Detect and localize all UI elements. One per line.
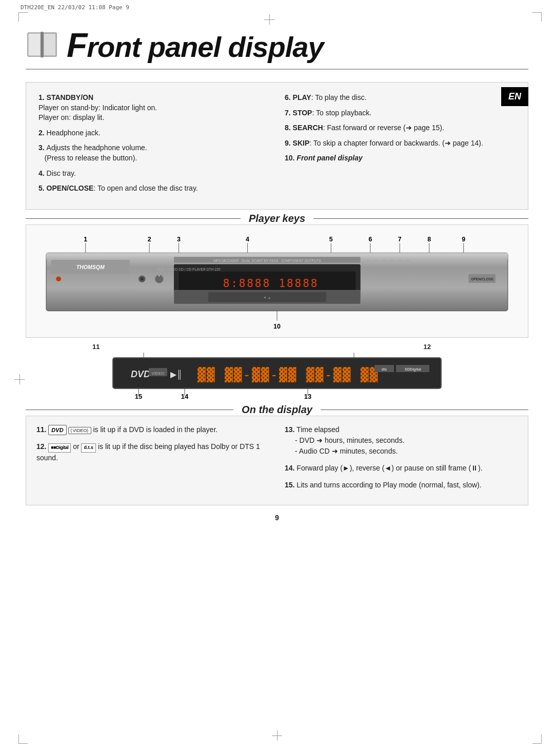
player-center-label: MP3 DECODER · DUAL SCART BY PASS · COMPO… [213, 258, 321, 262]
player-display-chars: 8:8888 18888 [223, 277, 319, 290]
item-label-10: Front panel display [296, 154, 362, 162]
btn-play [365, 260, 371, 264]
num-label-6: 6 [368, 235, 372, 242]
btn-skip-back [381, 260, 387, 264]
display-panel-section: 11 12 DVD VIDEO ▶║ [26, 343, 528, 399]
player-headphone-jack-inner [141, 277, 144, 280]
section-line-right [313, 218, 528, 219]
player-brand-text: THOMSQM [76, 264, 105, 270]
page-title-section: Front panel display [26, 26, 528, 70]
display-item-12: 12. ■■Digital or d.t.s is lit up if the … [36, 441, 269, 463]
num-label-13: 13 [304, 393, 311, 399]
on-display-section-wrapper: On the display 11. DVD ⟨VIDEO⟩ is lit up… [26, 404, 528, 505]
svg-rect-1 [29, 34, 40, 55]
item-label-4: Disc tray. [47, 169, 76, 177]
crosshair-top [264, 14, 274, 25]
item-text-7: : To stop playback. [312, 109, 371, 117]
player-keys-section: Player keys 1 2 3 4 5 6 7 8 9 [26, 213, 528, 399]
num-label-1: 1 [84, 235, 87, 242]
btn-next [405, 260, 410, 264]
display-num-11: 11. [36, 425, 46, 434]
display-item-13: 13. Time elapsed - DVD ➜ hours, minutes,… [285, 424, 518, 457]
item-text-5: : To open and close the disc tray. [93, 184, 197, 192]
num-11-label: 11 [92, 343, 100, 351]
info-item-3: 3. Adjusts the headphone volume. (Press … [38, 143, 269, 163]
corner-decoration-bl [18, 734, 28, 744]
info-item-8: 8. SEARCH: Fast forward or reverse (➜ pa… [285, 123, 516, 133]
item-text-9: : To skip a chapter forward or backwards… [309, 139, 483, 147]
item-num-4: 4. [38, 169, 47, 177]
item-label-9: SKIP [293, 139, 310, 147]
svg-rect-3 [44, 34, 55, 55]
dolby-icon: ■■Digital [48, 443, 71, 453]
disp-dolby-text: DDDigital [405, 367, 421, 372]
display-text-13a: - DVD ➜ hours, minutes, seconds. [295, 436, 405, 444]
num-label-10: 10 [273, 323, 281, 330]
info-item-10: 10. Front panel display [285, 153, 516, 164]
player-annotations-top: 1 2 3 4 5 6 7 8 9 [26, 230, 528, 334]
display-text-11: is lit up if a DVD is loaded in the play… [93, 425, 217, 434]
on-display-title-bar: On the display [26, 404, 528, 416]
page-title: Front panel display [67, 26, 324, 65]
player-standby-led [56, 276, 61, 281]
num-label-15: 15 [135, 393, 142, 399]
player-tray-label: ▼ ▲ [263, 296, 271, 299]
num-label-9: 9 [462, 235, 465, 242]
display-num-15: 15. [285, 481, 294, 489]
btn-search [397, 260, 403, 264]
display-num-12: 12. [36, 442, 46, 451]
player-annotation-svg: 1 2 3 4 5 6 7 8 9 [36, 230, 518, 333]
player-diagram: 1 2 3 4 5 6 7 8 9 [26, 224, 528, 338]
section-line-left [26, 218, 241, 219]
dts-icon: d.t.s [81, 443, 96, 453]
book-icon [26, 29, 58, 62]
item-text-1b: Player on: display lit. [38, 113, 104, 121]
item-num-5: 5. [38, 184, 47, 192]
section-title-player-keys: Player keys [241, 213, 313, 224]
on-display-content: 11. DVD ⟨VIDEO⟩ is lit up if a DVD is lo… [26, 416, 528, 505]
page-number: 9 [26, 514, 528, 522]
item-text-1a: Player on stand-by: Indicator light on. [38, 104, 157, 112]
display-num-13: 13. [285, 425, 294, 434]
corner-decoration-br [532, 734, 542, 744]
player-volume-marker [158, 274, 160, 276]
corner-decoration-tl [18, 12, 28, 22]
display-item-14: 14. Forward play (►), reverse (◄) or pau… [285, 463, 518, 474]
item-num-10: 10. [285, 154, 296, 162]
item-label-8: SEARCH [293, 124, 323, 132]
info-item-4: 4. Disc tray. [38, 169, 269, 179]
section-line-left-2 [26, 410, 233, 410]
display-panel-svg: DVD VIDEO ▶║ ▓▓ ▓▓-▓▓-▓▓ ▓▓-▓▓ ▓▓ dts DD… [103, 353, 451, 399]
num-label-2: 2 [148, 235, 151, 242]
num-label-3: 3 [177, 235, 181, 242]
item-label-2: Headphone jack. [47, 129, 101, 137]
corner-decoration-tr [532, 12, 542, 22]
info-item-2: 2. Headphone jack. [38, 128, 269, 138]
num-label-14: 14 [181, 393, 189, 399]
item-text-6: : To play the disc. [311, 93, 367, 101]
disp-play-indicator: ▶║ [170, 370, 182, 380]
section-title-on-display: On the display [233, 404, 321, 416]
display-item-11: 11. DVD ⟨VIDEO⟩ is lit up if a DVD is lo… [36, 424, 269, 436]
disp-segments: ▓▓ ▓▓-▓▓-▓▓ ▓▓-▓▓ ▓▓ [197, 367, 379, 383]
en-badge: EN [501, 87, 528, 106]
display-text-15: Lits and turns according to Play mode (n… [296, 481, 481, 489]
video-icon: ⟨VIDEO⟩ [68, 427, 91, 434]
player-keys-title-bar: Player keys [26, 213, 528, 224]
display-text-12a: or [73, 442, 81, 451]
num-label-7: 7 [398, 235, 402, 242]
display-text-14: Forward play (►), reverse (◄) or pause o… [296, 464, 482, 472]
crosshair-bottom [272, 730, 282, 741]
item-num-6: 6. [285, 93, 293, 101]
item-label-5: OPEN/CLOSE [47, 184, 94, 192]
item-num-2: 2. [38, 129, 47, 137]
display-num-row-top: 11 12 [77, 343, 477, 353]
item-label-6: PLAY [293, 93, 311, 101]
info-grid: 1. STANDBY/ON Player on stand-by: Indica… [26, 82, 528, 210]
section-line-right-2 [321, 410, 528, 410]
info-col-left: 1. STANDBY/ON Player on stand-by: Indica… [38, 93, 269, 199]
item-text-3: (Press to release the button). [38, 154, 137, 162]
info-item-6: 6. PLAY: To play the disc. [285, 93, 516, 103]
disp-dts-text: dts [382, 367, 387, 371]
item-text-8: : Fast forward or reverse (➜ page 15). [323, 124, 444, 132]
